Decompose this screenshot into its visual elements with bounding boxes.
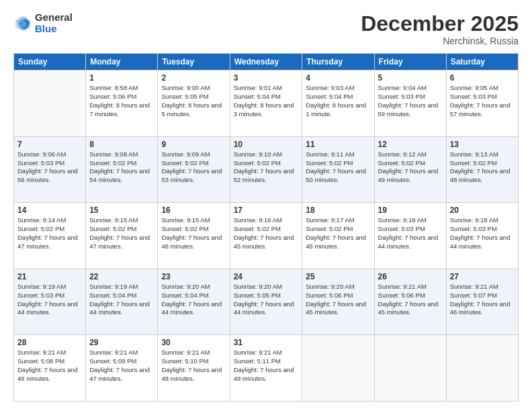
day-detail: Sunrise: 9:18 AMSunset: 5:03 PMDaylight:… <box>378 216 443 250</box>
day-number: 20 <box>450 205 515 215</box>
calendar-cell: 10Sunrise: 9:10 AMSunset: 5:02 PMDayligh… <box>230 136 302 203</box>
header-thursday: Thursday <box>302 54 374 71</box>
day-detail: Sunrise: 9:21 AMSunset: 5:06 PMDaylight:… <box>378 283 443 317</box>
location: Nerchinsk, Russia <box>361 36 519 46</box>
day-detail: Sunrise: 9:08 AMSunset: 5:02 PMDaylight:… <box>89 150 154 185</box>
day-detail: Sunrise: 9:13 AMSunset: 5:02 PMDaylight:… <box>450 150 515 185</box>
header-sunday: Sunday <box>14 54 86 71</box>
day-detail: Sunrise: 9:19 AMSunset: 5:04 PMDaylight:… <box>89 283 154 317</box>
day-detail: Sunrise: 9:16 AMSunset: 5:02 PMDaylight:… <box>234 216 299 250</box>
calendar-week-row: 14Sunrise: 9:14 AMSunset: 5:02 PMDayligh… <box>14 203 519 269</box>
header: General Blue December 2025 Nerchinsk, Ru… <box>13 12 519 46</box>
day-number: 25 <box>306 272 370 281</box>
calendar-cell: 13Sunrise: 9:13 AMSunset: 5:02 PMDayligh… <box>446 136 518 203</box>
day-number: 7 <box>17 140 82 149</box>
day-number: 15 <box>89 205 154 215</box>
day-detail: Sunrise: 9:11 AMSunset: 5:02 PMDaylight:… <box>306 150 370 185</box>
calendar-cell: 27Sunrise: 9:21 AMSunset: 5:07 PMDayligh… <box>446 269 518 335</box>
calendar-cell: 25Sunrise: 9:20 AMSunset: 5:06 PMDayligh… <box>302 269 374 335</box>
calendar-cell: 20Sunrise: 9:18 AMSunset: 5:03 PMDayligh… <box>446 203 518 269</box>
calendar-cell: 22Sunrise: 9:19 AMSunset: 5:04 PMDayligh… <box>86 269 158 335</box>
calendar-cell: 26Sunrise: 9:21 AMSunset: 5:06 PMDayligh… <box>374 269 446 335</box>
day-detail: Sunrise: 9:15 AMSunset: 5:02 PMDaylight:… <box>161 216 226 250</box>
day-detail: Sunrise: 9:09 AMSunset: 5:02 PMDaylight:… <box>161 150 226 185</box>
logo-general: General <box>35 12 73 24</box>
day-number: 10 <box>234 140 299 149</box>
calendar-cell: 21Sunrise: 9:19 AMSunset: 5:03 PMDayligh… <box>14 269 86 335</box>
header-saturday: Saturday <box>446 54 518 71</box>
day-detail: Sunrise: 9:19 AMSunset: 5:03 PMDaylight:… <box>17 283 82 317</box>
calendar-cell: 19Sunrise: 9:18 AMSunset: 5:03 PMDayligh… <box>374 203 446 269</box>
day-detail: Sunrise: 9:14 AMSunset: 5:02 PMDaylight:… <box>17 216 82 250</box>
calendar-cell: 8Sunrise: 9:08 AMSunset: 5:02 PMDaylight… <box>86 136 158 203</box>
day-number: 11 <box>306 140 370 149</box>
calendar-cell <box>446 335 518 402</box>
calendar-week-row: 1Sunrise: 8:58 AMSunset: 5:06 PMDaylight… <box>14 71 519 137</box>
calendar-cell <box>374 335 446 402</box>
calendar-week-row: 7Sunrise: 9:06 AMSunset: 5:03 PMDaylight… <box>14 136 519 203</box>
calendar-cell: 29Sunrise: 9:21 AMSunset: 5:09 PMDayligh… <box>86 335 158 402</box>
day-detail: Sunrise: 9:15 AMSunset: 5:02 PMDaylight:… <box>89 216 154 250</box>
day-number: 18 <box>306 205 370 215</box>
calendar-cell: 12Sunrise: 9:12 AMSunset: 5:02 PMDayligh… <box>374 136 446 203</box>
day-number: 21 <box>17 272 82 281</box>
logo-icon <box>13 14 32 33</box>
day-number: 22 <box>89 272 154 281</box>
calendar-cell: 31Sunrise: 9:21 AMSunset: 5:11 PMDayligh… <box>230 335 302 402</box>
calendar-cell: 17Sunrise: 9:16 AMSunset: 5:02 PMDayligh… <box>230 203 302 269</box>
day-number: 19 <box>378 205 443 215</box>
calendar-cell: 2Sunrise: 9:00 AMSunset: 5:05 PMDaylight… <box>158 71 230 137</box>
calendar-cell: 18Sunrise: 9:17 AMSunset: 5:02 PMDayligh… <box>302 203 374 269</box>
day-detail: Sunrise: 9:21 AMSunset: 5:10 PMDaylight:… <box>161 349 226 383</box>
calendar-table: SundayMondayTuesdayWednesdayThursdayFrid… <box>13 53 519 402</box>
calendar-header-row: SundayMondayTuesdayWednesdayThursdayFrid… <box>14 54 519 71</box>
day-number: 6 <box>450 73 515 83</box>
calendar-cell <box>302 335 374 402</box>
calendar-week-row: 28Sunrise: 9:21 AMSunset: 5:08 PMDayligh… <box>14 335 519 402</box>
day-detail: Sunrise: 9:04 AMSunset: 5:03 PMDaylight:… <box>378 84 443 118</box>
day-number: 8 <box>89 140 154 149</box>
day-number: 26 <box>378 272 443 281</box>
calendar-cell: 9Sunrise: 9:09 AMSunset: 5:02 PMDaylight… <box>158 136 230 203</box>
calendar-week-row: 21Sunrise: 9:19 AMSunset: 5:03 PMDayligh… <box>14 269 519 335</box>
day-detail: Sunrise: 9:10 AMSunset: 5:02 PMDaylight:… <box>234 150 299 185</box>
page: General Blue December 2025 Nerchinsk, Ru… <box>0 0 532 411</box>
day-detail: Sunrise: 9:06 AMSunset: 5:03 PMDaylight:… <box>17 150 82 185</box>
calendar-cell <box>14 71 86 137</box>
calendar-cell: 15Sunrise: 9:15 AMSunset: 5:02 PMDayligh… <box>86 203 158 269</box>
day-number: 4 <box>306 73 370 83</box>
calendar-cell: 28Sunrise: 9:21 AMSunset: 5:08 PMDayligh… <box>14 335 86 402</box>
day-detail: Sunrise: 9:21 AMSunset: 5:07 PMDaylight:… <box>450 283 515 317</box>
day-number: 16 <box>161 205 226 215</box>
header-tuesday: Tuesday <box>158 54 230 71</box>
day-number: 31 <box>234 338 299 347</box>
day-detail: Sunrise: 9:00 AMSunset: 5:05 PMDaylight:… <box>161 84 226 118</box>
day-number: 12 <box>378 140 443 149</box>
day-number: 9 <box>161 140 226 149</box>
day-number: 30 <box>161 338 226 347</box>
header-friday: Friday <box>374 54 446 71</box>
header-wednesday: Wednesday <box>230 54 302 71</box>
day-number: 14 <box>17 205 82 215</box>
day-number: 29 <box>89 338 154 347</box>
day-number: 3 <box>234 73 299 83</box>
calendar-cell: 11Sunrise: 9:11 AMSunset: 5:02 PMDayligh… <box>302 136 374 203</box>
calendar-cell: 7Sunrise: 9:06 AMSunset: 5:03 PMDaylight… <box>14 136 86 203</box>
logo: General Blue <box>13 12 73 34</box>
day-detail: Sunrise: 9:17 AMSunset: 5:02 PMDaylight:… <box>306 216 370 250</box>
day-number: 24 <box>234 272 299 281</box>
calendar-cell: 23Sunrise: 9:20 AMSunset: 5:04 PMDayligh… <box>158 269 230 335</box>
calendar-cell: 14Sunrise: 9:14 AMSunset: 5:02 PMDayligh… <box>14 203 86 269</box>
day-number: 27 <box>450 272 515 281</box>
day-detail: Sunrise: 9:20 AMSunset: 5:05 PMDaylight:… <box>234 283 299 317</box>
day-number: 13 <box>450 140 515 149</box>
day-number: 23 <box>161 272 226 281</box>
day-detail: Sunrise: 9:05 AMSunset: 5:03 PMDaylight:… <box>450 84 515 118</box>
day-number: 17 <box>234 205 299 215</box>
day-detail: Sunrise: 9:03 AMSunset: 5:04 PMDaylight:… <box>306 84 370 118</box>
calendar-cell: 5Sunrise: 9:04 AMSunset: 5:03 PMDaylight… <box>374 71 446 137</box>
logo-text: General Blue <box>35 12 73 34</box>
header-monday: Monday <box>86 54 158 71</box>
calendar-cell: 16Sunrise: 9:15 AMSunset: 5:02 PMDayligh… <box>158 203 230 269</box>
day-number: 5 <box>378 73 443 83</box>
